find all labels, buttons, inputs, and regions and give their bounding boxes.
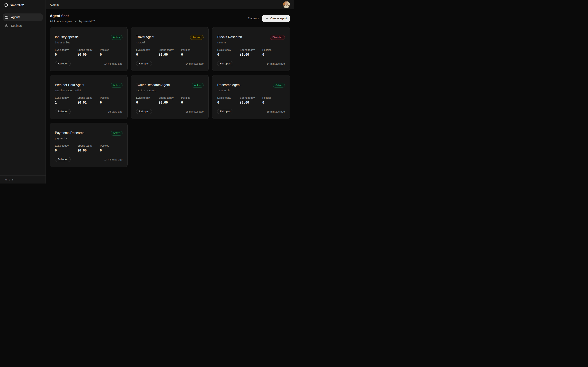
agent-card[interactable]: Payments Research Active payments Evals …	[50, 123, 128, 167]
create-agent-button[interactable]: Create agent	[262, 15, 290, 22]
agent-name: Twitter Research Agent	[136, 83, 170, 87]
stat-label: Evals today	[55, 48, 77, 51]
agent-slug: stocks	[217, 41, 285, 44]
agent-grid: Industry-specific Active industries Eval…	[50, 27, 290, 167]
stat-value: 0	[100, 149, 122, 152]
agent-stats: Evals today 0 Spend today $0.00 Policies…	[217, 96, 285, 104]
stat-label: Spend today	[240, 96, 262, 99]
stat-spend: Spend today $0.00	[77, 144, 100, 152]
agent-slug: travel	[136, 41, 204, 44]
fail-mode-chip: Fail open	[136, 109, 152, 114]
stat-label: Policies	[262, 96, 285, 99]
stat-policies: Policies 0	[100, 144, 122, 152]
gear-icon	[5, 24, 9, 27]
header-actions: 7 agents Create agent	[248, 15, 290, 22]
stat-evals: Evals today 0	[136, 48, 159, 57]
stat-value: $0.00	[159, 53, 181, 57]
stat-label: Policies	[100, 144, 122, 147]
stat-value: $0.00	[240, 53, 262, 57]
stat-value: 0	[181, 53, 204, 57]
stat-policies: Policies 0	[262, 48, 285, 57]
brand-name: smart402	[10, 3, 24, 7]
stat-value: 6	[100, 101, 122, 104]
updated-timestamp: 15 minutes ago	[267, 110, 285, 113]
sidebar-header: smart402	[0, 0, 45, 10]
stat-value: 0	[262, 101, 285, 104]
stat-label: Spend today	[77, 144, 100, 147]
agent-card[interactable]: Weather Data Agent Active weather-agent-…	[50, 75, 128, 119]
app-window: smart402 Agents Sett	[0, 0, 294, 184]
stat-spend: Spend today $0.00	[159, 96, 181, 104]
agent-card-header: Travel Agent Paused	[136, 35, 204, 40]
fail-mode-chip: Fail open	[217, 109, 233, 114]
agent-stats: Evals today 0 Spend today $0.00 Policies…	[136, 96, 204, 104]
agent-card[interactable]: Travel Agent Paused travel Evals today 0…	[131, 27, 209, 71]
sidebar-item-label: Agents	[11, 16, 20, 19]
updated-timestamp: 14 minutes ago	[104, 158, 122, 161]
stat-label: Spend today	[159, 96, 181, 99]
stat-label: Policies	[262, 48, 285, 51]
updated-timestamp: 14 minutes ago	[267, 62, 285, 65]
fail-mode-chip: Fail open	[136, 61, 152, 66]
stat-value: 0	[55, 53, 77, 57]
stat-label: Spend today	[77, 48, 100, 51]
stat-evals: Evals today 0	[217, 96, 240, 104]
stat-label: Evals today	[217, 96, 240, 99]
stat-label: Spend today	[77, 96, 100, 99]
stat-policies: Policies 0	[181, 96, 204, 104]
agent-card-footer: Fail open 15 minutes ago	[217, 109, 285, 114]
stat-evals: Evals today 0	[55, 48, 77, 57]
plus-icon	[265, 17, 268, 20]
status-badge: Active	[273, 83, 285, 88]
fail-mode-chip: Fail open	[55, 61, 71, 66]
stat-policies: Policies 6	[100, 96, 122, 104]
stat-value: $0.00	[77, 149, 100, 152]
agent-card[interactable]: Research Agent Active research Evals tod…	[212, 75, 290, 119]
stat-value: 0	[217, 53, 240, 57]
stat-label: Policies	[181, 48, 204, 51]
stat-evals: Evals today 1	[55, 96, 77, 104]
agent-slug: payments	[55, 137, 122, 140]
agent-card[interactable]: Stocks Research Disabled stocks Evals to…	[212, 27, 290, 71]
agent-stats: Evals today 0 Spend today $0.00 Policies…	[55, 48, 122, 57]
page-header: Agent fleet All AI agents governed by sm…	[50, 14, 290, 23]
stat-evals: Evals today 0	[55, 144, 77, 152]
stat-value: 0	[100, 53, 122, 57]
stat-label: Policies	[100, 96, 122, 99]
stat-spend: Spend today $0.00	[77, 48, 100, 57]
create-agent-label: Create agent	[270, 17, 287, 20]
agent-stats: Evals today 0 Spend today $0.00 Policies…	[55, 144, 122, 152]
sidebar-item-agents[interactable]: Agents	[3, 13, 43, 21]
fail-mode-chip: Fail open	[217, 61, 233, 66]
agent-card[interactable]: Industry-specific Active industries Eval…	[50, 27, 128, 71]
agent-card[interactable]: Twitter Research Agent Active twitter-ag…	[131, 75, 209, 119]
stat-value: 0	[136, 53, 159, 57]
updated-timestamp: 14 minutes ago	[104, 62, 122, 65]
agent-name: Stocks Research	[217, 35, 242, 39]
stat-evals: Evals today 0	[136, 96, 159, 104]
agent-name: Industry-specific	[55, 35, 79, 39]
agent-card-footer: Fail open 14 minutes ago	[55, 61, 122, 66]
dashboard-icon	[5, 16, 9, 19]
sidebar-item-settings[interactable]: Settings	[3, 22, 43, 29]
updated-timestamp: 16 days ago	[108, 110, 122, 113]
stat-label: Spend today	[240, 48, 262, 51]
agent-slug: industries	[55, 41, 122, 44]
agent-card-header: Industry-specific Active	[55, 35, 122, 40]
status-badge: Paused	[190, 35, 204, 40]
agent-card-header: Stocks Research Disabled	[217, 35, 285, 40]
stat-spend: Spend today $0.01	[77, 96, 100, 104]
agent-card-footer: Fail open 16 minutes ago	[136, 109, 204, 114]
agent-card-header: Twitter Research Agent Active	[136, 83, 204, 88]
stat-value: $0.00	[240, 101, 262, 104]
stat-policies: Policies 0	[181, 48, 204, 57]
topbar: Agents	[46, 0, 294, 9]
stat-spend: Spend today $0.00	[159, 48, 181, 57]
user-avatar[interactable]	[283, 1, 290, 8]
agent-slug: weather-agent-001	[55, 89, 122, 92]
stat-label: Evals today	[55, 96, 77, 99]
stat-label: Evals today	[136, 96, 159, 99]
stat-label: Policies	[181, 96, 204, 99]
agent-card-header: Payments Research Active	[55, 131, 122, 136]
stat-value: 0	[136, 101, 159, 104]
